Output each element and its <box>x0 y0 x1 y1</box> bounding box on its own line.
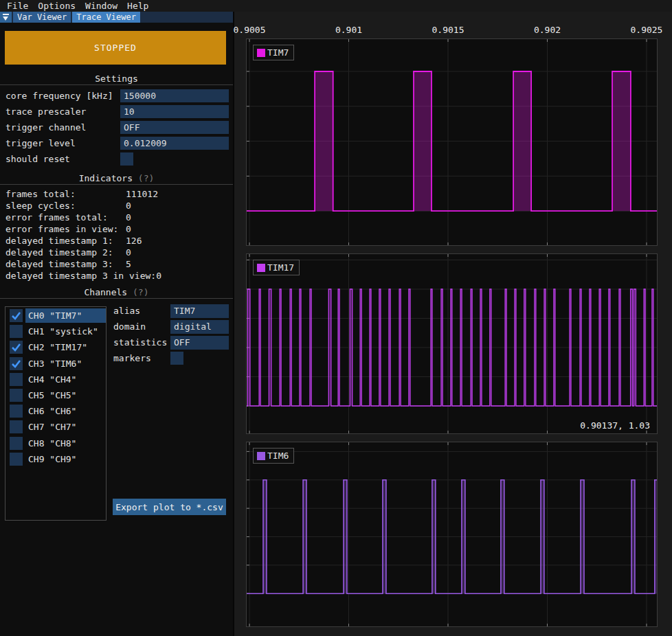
channel-label: CH9 "CH9" <box>28 453 76 466</box>
channel-row[interactable]: CH1 "systick" <box>5 325 106 339</box>
channel-row[interactable]: CH3 "TIM6" <box>5 357 106 372</box>
plot-canvas-tim17[interactable] <box>247 254 657 433</box>
channel-checkbox[interactable] <box>10 420 23 433</box>
indicator-row: error frames total:0 <box>5 212 230 223</box>
legend-label: TIM6 <box>267 451 289 461</box>
settings-row-label: trigger channel <box>5 121 86 134</box>
checkmark-icon <box>11 359 21 369</box>
channel-checkbox[interactable] <box>10 453 23 466</box>
menu-options[interactable]: Options <box>33 0 80 12</box>
channel-row[interactable]: CH2 "TIM17" <box>5 341 106 355</box>
channel-checkbox[interactable] <box>10 373 23 386</box>
settings-row-label: trace prescaler <box>5 105 86 118</box>
checkmark-icon <box>11 310 21 321</box>
tim7-color-swatch <box>257 49 265 57</box>
indicator-label: frames total: <box>5 189 126 199</box>
channels-header: Channels (?) <box>0 288 233 297</box>
prop-input-alias[interactable] <box>170 304 229 318</box>
settings-input-trigger[interactable] <box>120 121 229 134</box>
channel-label: CH7 "CH7" <box>28 420 76 433</box>
tab-bar: Var Viewer Trace Viewer <box>0 12 233 23</box>
indicator-row: sleep cycles:0 <box>5 201 230 211</box>
channel-checkbox[interactable] <box>10 341 23 354</box>
settings-row: trigger channel <box>5 121 229 134</box>
settings-row: trigger level <box>5 137 229 150</box>
channel-label: CH3 "TIM6" <box>28 357 82 370</box>
legend-label: TIM7 <box>267 47 289 58</box>
export-csv-button[interactable]: Export plot to *.csv <box>113 499 226 515</box>
settings-separator <box>0 84 233 85</box>
channel-checkbox[interactable] <box>10 325 23 338</box>
channel-checkbox[interactable] <box>10 389 23 402</box>
channel-checkbox[interactable] <box>10 357 23 370</box>
channel-checkbox[interactable] <box>10 309 23 322</box>
legend-tim17[interactable]: TIM17 <box>253 260 300 275</box>
settings-row-label: core frequency [kHz] <box>5 89 113 102</box>
menu-window[interactable]: Window <box>80 0 122 12</box>
should-reset-checkbox[interactable] <box>120 152 133 166</box>
channel-row[interactable]: CH8 "CH8" <box>5 437 106 451</box>
channel-row[interactable]: CH7 "CH7" <box>5 420 106 435</box>
channel-label: CH5 "CH5" <box>28 389 76 402</box>
indicators-header: Indicators (?) <box>0 174 233 183</box>
checkmark-icon <box>11 342 21 352</box>
plot-tim7[interactable]: TIM7 <box>246 38 658 246</box>
settings-header: Settings <box>0 74 233 84</box>
stopped-button[interactable]: STOPPED <box>5 31 226 65</box>
channels-separator <box>0 298 233 299</box>
channel-row[interactable]: CH4 "CH4" <box>5 373 106 387</box>
indicators-separator <box>0 184 233 185</box>
tab-list-button[interactable] <box>0 12 12 23</box>
time-axis-labels: 0.90050.9010.90150.9020.9025 <box>234 25 672 34</box>
settings-row: core frequency [kHz] <box>5 89 229 102</box>
indicator-value: 0 <box>126 247 131 258</box>
plot-tim17[interactable]: TIM17 0.90137, 1.03 <box>246 253 658 434</box>
prop-input-statistics[interactable] <box>170 336 229 350</box>
indicator-label: sleep cycles: <box>5 201 126 211</box>
channel-row[interactable]: CH5 "CH5" <box>5 389 106 403</box>
indicator-row: delayed timestamp 1:126 <box>5 236 230 246</box>
indicator-value: 126 <box>126 236 142 246</box>
prop-label-markers: markers <box>113 352 151 365</box>
tab-var-viewer[interactable]: Var Viewer <box>13 12 71 23</box>
chevron-down-icon <box>3 16 8 21</box>
channel-row[interactable]: CH6 "CH6" <box>5 405 106 419</box>
tab-trace-viewer[interactable]: Trace Viewer <box>72 12 140 23</box>
settings-input-trigger[interactable] <box>120 137 229 150</box>
settings-row: should reset <box>5 152 229 166</box>
channel-checkbox[interactable] <box>10 405 23 418</box>
markers-checkbox[interactable] <box>170 352 183 365</box>
menu-file[interactable]: File <box>2 0 33 12</box>
legend-tim7[interactable]: TIM7 <box>253 45 294 60</box>
channel-row[interactable]: CH9 "CH9" <box>5 453 106 467</box>
settings-input-trace[interactable] <box>120 105 229 118</box>
indicator-label: delayed timestamp 1: <box>5 236 126 246</box>
x-tick-label: 0.9025 <box>630 25 662 35</box>
prop-label-alias: alias <box>113 304 140 318</box>
plot-canvas-tim6[interactable] <box>247 442 657 626</box>
cursor-coordinates: 0.90137, 1.03 <box>580 420 650 431</box>
legend-label: TIM17 <box>267 262 294 273</box>
channel-label: CH6 "CH6" <box>28 405 76 418</box>
plot-tim6[interactable]: TIM6 <box>246 442 658 627</box>
settings-row: trace prescaler <box>5 105 229 118</box>
plot-canvas-tim7[interactable] <box>247 39 657 245</box>
indicator-value: 0 <box>126 224 131 234</box>
menu-help[interactable]: Help <box>122 0 153 12</box>
indicator-label: error frames in view: <box>5 224 126 234</box>
channel-label: CH2 "TIM17" <box>28 341 87 354</box>
channel-checkbox[interactable] <box>10 437 23 450</box>
legend-tim6[interactable]: TIM6 <box>253 448 294 464</box>
x-tick-label: 0.9005 <box>234 25 266 35</box>
indicator-row: frames total:111012 <box>5 189 230 199</box>
indicator-label: delayed timestamp 2: <box>5 247 126 258</box>
prop-input-domain[interactable] <box>170 320 229 334</box>
channel-row[interactable]: CH0 "TIM7" <box>5 309 106 323</box>
settings-input-core[interactable] <box>120 89 229 102</box>
indicator-row: error frames in view:0 <box>5 224 230 234</box>
indicators-help-icon: (?) <box>133 173 154 183</box>
channel-label: CH8 "CH8" <box>28 437 76 450</box>
tim17-color-swatch <box>257 264 265 272</box>
indicator-row: delayed timestamp 3:5 <box>5 259 230 269</box>
indicator-value: 5 <box>126 259 131 269</box>
